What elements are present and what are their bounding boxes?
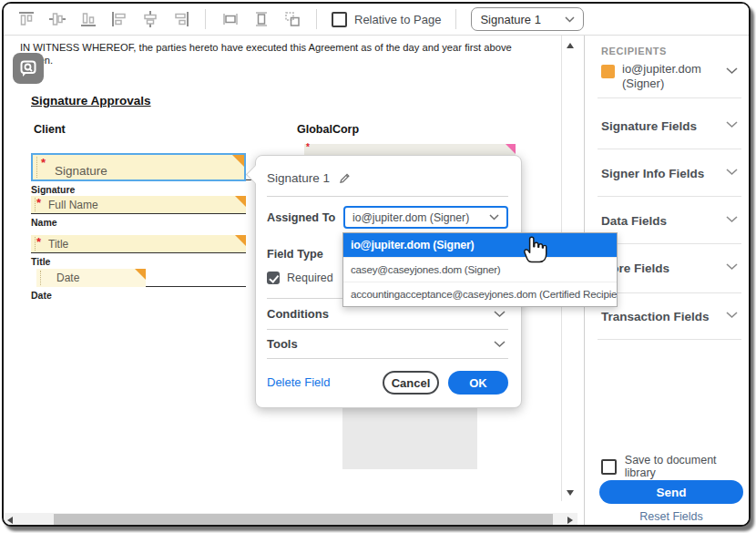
tools-section[interactable]: Tools [267,337,298,351]
sidebar-section-more-fields[interactable]: More Fields [601,261,740,275]
scroll-right-arrow-icon[interactable] [567,517,573,524]
match-size-icon[interactable] [282,10,301,29]
required-label: Required [287,272,333,284]
title-field-label: Title [31,256,50,267]
assigned-to-options-list: io@jupiter.dom (Signer) casey@caseyjones… [342,232,618,307]
field-corner-handle[interactable] [506,144,516,154]
recipients-header: RECIPIENTS [601,46,667,56]
signature-field-label: Signature [31,184,75,195]
chevron-down-icon [489,214,499,220]
scroll-left-arrow-icon[interactable] [7,517,13,524]
field-selector-dropdown[interactable]: Signature 1 [471,7,584,31]
cancel-button[interactable]: Cancel [383,371,439,395]
full-name-field-placeholder: Full Name [48,199,98,211]
ok-button[interactable]: OK [448,371,508,395]
option-casey[interactable]: casey@caseyjones.dom (Signer) [343,257,617,282]
sidebar-divider [598,243,741,244]
scroll-down-arrow-icon[interactable] [567,490,574,496]
toolbar-separator [205,9,206,29]
sidebar-divider [598,292,741,293]
date-field[interactable]: Date [36,269,146,287]
assigned-to-dropdown[interactable]: io@jupiter.dom (Signer) [343,206,508,229]
field-type-label: Field Type [267,248,323,261]
relative-to-page-checkbox[interactable] [332,12,347,27]
field-corner-handle[interactable] [232,155,244,167]
sidebar-section-transaction-fields[interactable]: Transaction Fields [601,310,740,323]
align-left-icon[interactable] [109,10,128,29]
scroll-up-arrow-icon[interactable] [567,43,574,48]
sidebar-divider [598,97,741,98]
align-horizontal-center-icon[interactable] [140,10,159,29]
relative-to-page-label: Relative to Page [354,13,441,26]
horizontal-scrollbar[interactable] [4,513,577,527]
chevron-down-icon [726,121,738,128]
field-corner-handle[interactable] [235,196,246,207]
assigned-to-label: Assigned To [267,211,335,224]
field-corner-handle[interactable] [135,269,146,280]
horizontal-scrollbar-thumb[interactable] [54,514,553,526]
popup-notch [246,165,265,184]
chevron-down-icon[interactable] [494,341,506,348]
save-to-library-option[interactable]: Save to document library [601,454,749,479]
signature-field[interactable]: * Signature [31,153,246,181]
field-corner-handle[interactable] [235,235,246,246]
toolbar-separator [316,9,317,29]
sidebar-divider [598,339,741,340]
option-accountingacceptance[interactable]: accountingacceptance@caseyjones.dom (Cer… [343,282,617,306]
chevron-down-icon [726,312,738,319]
globalcorp-signature-field[interactable]: * [304,144,516,155]
required-checkbox[interactable] [267,272,280,284]
relative-to-page-option[interactable]: Relative to Page [332,12,441,27]
section-label: Signature Fields [601,119,697,133]
field-drag-tool[interactable] [13,53,44,84]
chevron-down-icon [726,67,738,75]
reset-fields-link[interactable]: Reset Fields [599,510,743,523]
document-gray-placeholder [342,407,477,469]
chevron-down-icon[interactable] [494,311,506,318]
chevron-down-icon [726,263,738,271]
recipient-color-swatch [601,65,615,78]
conditions-section[interactable]: Conditions [267,307,329,321]
required-marker: * [36,196,41,210]
align-top-icon[interactable] [16,10,36,29]
field-selector-value: Signature 1 [480,13,541,26]
recipient-email: io@jupiter.dom [622,62,740,77]
name-underline [31,213,246,214]
section-label: Transaction Fields [601,310,710,323]
toolbar-separator [455,9,456,29]
globalcorp-column-heading: GlobalCorp [297,123,359,136]
match-width-icon[interactable] [220,10,240,29]
full-name-field[interactable]: * Full Name [31,196,246,213]
align-right-icon[interactable] [171,10,190,29]
align-vertical-center-icon[interactable] [47,10,66,29]
recipient-role: (Signer) [622,77,740,91]
match-height-icon[interactable] [251,10,271,29]
agreement-paragraph: IN WITNESS WHEREOF, the parties hereto h… [20,41,536,67]
required-marker: * [306,142,310,152]
sidebar-divider [598,149,741,149]
save-to-library-checkbox[interactable] [601,459,617,475]
option-io-jupiter[interactable]: io@jupiter.dom (Signer) [343,233,617,257]
sidebar-section-signature-fields[interactable]: Signature Fields [601,119,740,133]
required-marker: * [41,156,46,169]
title-field[interactable]: * Title [31,235,246,252]
title-underline [31,252,246,253]
chevron-down-icon [726,169,738,176]
app-window: Relative to Page Signature 1 IN WITNESS … [2,2,751,527]
field-magnifier-icon [19,59,37,77]
client-column-heading: Client [34,123,66,136]
edit-pencil-icon[interactable] [338,171,352,185]
date-field-placeholder: Date [56,272,79,284]
delete-field-link[interactable]: Delete Field [267,375,330,389]
date-field-label: Date [31,290,52,301]
name-field-label: Name [31,217,57,228]
sidebar-section-data-fields[interactable]: Data Fields [601,214,740,228]
align-bottom-icon[interactable] [78,10,97,29]
recipient-row[interactable]: io@jupiter.dom (Signer) [601,62,740,91]
alignment-toolbar: Relative to Page Signature 1 [4,4,749,36]
popup-title-row: Signature 1 [267,171,352,185]
send-button[interactable]: Send [599,480,743,504]
popup-divider [267,329,508,330]
sidebar-section-signer-info-fields[interactable]: Signer Info Fields [601,167,740,180]
signature-field-placeholder: Signature [55,163,107,177]
